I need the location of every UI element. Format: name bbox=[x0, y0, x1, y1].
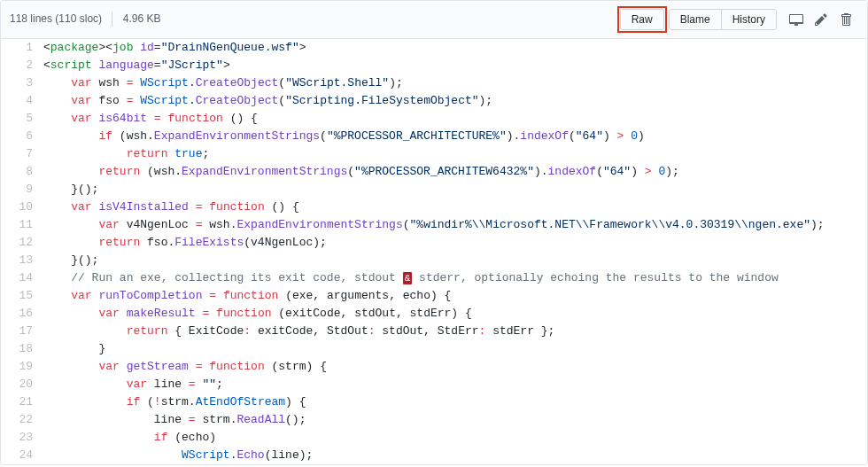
code-line[interactable]: if (!strm.AtEndOfStream) { bbox=[43, 393, 867, 411]
code-line[interactable]: var runToCompletion = function (exe, arg… bbox=[43, 287, 867, 305]
code-line[interactable]: line = strm.ReadAll(); bbox=[43, 411, 867, 429]
code-row: 3 var wsh = WScript.CreateObject("WScrip… bbox=[1, 74, 867, 92]
raw-button[interactable]: Raw bbox=[621, 10, 663, 29]
line-number[interactable]: 4 bbox=[1, 92, 43, 110]
code-row: 8 return (wsh.ExpandEnvironmentStrings("… bbox=[1, 163, 867, 181]
blame-history-group: Blame History bbox=[669, 9, 777, 30]
code-row: 24 WScript.Echo(line); bbox=[1, 447, 867, 464]
line-number[interactable]: 18 bbox=[1, 340, 43, 358]
raw-button-group: Raw bbox=[620, 9, 664, 30]
code-row: 23 if (echo) bbox=[1, 429, 867, 447]
code-line[interactable]: <script language="JScript"> bbox=[43, 57, 867, 74]
code-row: 15 var runToCompletion = function (exe, … bbox=[1, 287, 867, 305]
code-row: 11 var v4NgenLoc = wsh.ExpandEnvironment… bbox=[1, 216, 867, 234]
desktop-icon[interactable] bbox=[784, 9, 809, 30]
code-line[interactable]: }(); bbox=[43, 252, 867, 269]
line-number[interactable]: 21 bbox=[1, 393, 43, 411]
line-number[interactable]: 10 bbox=[1, 198, 43, 216]
blame-button[interactable]: Blame bbox=[670, 10, 722, 29]
code-row: 10 var isV4Installed = function () { bbox=[1, 198, 867, 216]
code-line[interactable]: return fso.FileExists(v4NgenLoc); bbox=[43, 234, 867, 252]
trash-icon[interactable] bbox=[833, 9, 858, 30]
file-container: 118 lines (110 sloc) 4.96 KB Raw Blame H… bbox=[0, 0, 868, 465]
code-row: 19 var getStream = function (strm) { bbox=[1, 358, 867, 376]
line-number[interactable]: 20 bbox=[1, 376, 43, 393]
code-line[interactable]: var line = ""; bbox=[43, 376, 867, 393]
code-line[interactable]: // Run an exe, collecting its exit code,… bbox=[43, 269, 867, 287]
file-header: 118 lines (110 sloc) 4.96 KB Raw Blame H… bbox=[1, 1, 867, 39]
line-number[interactable]: 5 bbox=[1, 110, 43, 128]
line-number[interactable]: 15 bbox=[1, 287, 43, 305]
code-row: 21 if (!strm.AtEndOfStream) { bbox=[1, 393, 867, 411]
raw-highlight: Raw bbox=[617, 6, 667, 33]
file-info: 118 lines (110 sloc) 4.96 KB bbox=[10, 12, 160, 27]
separator bbox=[112, 12, 112, 27]
code-line[interactable]: var fso = WScript.CreateObject("Scriptin… bbox=[43, 92, 867, 110]
code-row: 20 var line = ""; bbox=[1, 376, 867, 393]
code-line[interactable]: return { ExitCode: exitCode, StdOut: std… bbox=[43, 323, 867, 340]
line-number[interactable]: 8 bbox=[1, 163, 43, 181]
code-row: 4 var fso = WScript.CreateObject("Script… bbox=[1, 92, 867, 110]
code-line[interactable]: var getStream = function (strm) { bbox=[43, 358, 867, 376]
code-line[interactable]: }(); bbox=[43, 181, 867, 198]
line-number[interactable]: 1 bbox=[1, 39, 43, 57]
file-size: 4.96 KB bbox=[123, 12, 161, 25]
code-row: 12 return fso.FileExists(v4NgenLoc); bbox=[1, 234, 867, 252]
code-row: 16 var makeResult = function (exitCode, … bbox=[1, 305, 867, 323]
line-number[interactable]: 6 bbox=[1, 128, 43, 145]
code-line[interactable]: var is64bit = function () { bbox=[43, 110, 867, 128]
code-line[interactable]: var wsh = WScript.CreateObject("WScript.… bbox=[43, 74, 867, 92]
code-row: 17 return { ExitCode: exitCode, StdOut: … bbox=[1, 323, 867, 340]
code-line[interactable]: } bbox=[43, 340, 867, 358]
code-line[interactable]: if (echo) bbox=[43, 429, 867, 447]
line-number[interactable]: 7 bbox=[1, 145, 43, 163]
code-row: 9 }(); bbox=[1, 181, 867, 198]
line-number[interactable]: 22 bbox=[1, 411, 43, 429]
line-number[interactable]: 11 bbox=[1, 216, 43, 234]
line-number[interactable]: 24 bbox=[1, 447, 43, 464]
line-number[interactable]: 23 bbox=[1, 429, 43, 447]
line-number[interactable]: 3 bbox=[1, 74, 43, 92]
code-row: 7 return true; bbox=[1, 145, 867, 163]
code-area: 1<package><job id="DrainNGenQueue.wsf">2… bbox=[1, 39, 867, 464]
line-number[interactable]: 17 bbox=[1, 323, 43, 340]
pencil-icon[interactable] bbox=[809, 9, 833, 30]
code-row: 13 }(); bbox=[1, 252, 867, 269]
line-number[interactable]: 14 bbox=[1, 269, 43, 287]
code-line[interactable]: <package><job id="DrainNGenQueue.wsf"> bbox=[43, 39, 867, 57]
file-actions: Raw Blame History bbox=[617, 6, 858, 33]
code-line[interactable]: var isV4Installed = function () { bbox=[43, 198, 867, 216]
line-number[interactable]: 19 bbox=[1, 358, 43, 376]
code-row: 5 var is64bit = function () { bbox=[1, 110, 867, 128]
code-row: 14 // Run an exe, collecting its exit co… bbox=[1, 269, 867, 287]
history-button[interactable]: History bbox=[722, 10, 776, 29]
line-number[interactable]: 16 bbox=[1, 305, 43, 323]
code-line[interactable]: WScript.Echo(line); bbox=[43, 447, 867, 464]
code-line[interactable]: var makeResult = function (exitCode, std… bbox=[43, 305, 867, 323]
code-row: 18 } bbox=[1, 340, 867, 358]
line-number[interactable]: 2 bbox=[1, 57, 43, 74]
line-number[interactable]: 13 bbox=[1, 252, 43, 269]
code-row: 2<script language="JScript"> bbox=[1, 57, 867, 74]
code-line[interactable]: var v4NgenLoc = wsh.ExpandEnvironmentStr… bbox=[43, 216, 867, 234]
lines-count: 118 lines (110 sloc) bbox=[10, 12, 102, 25]
code-line[interactable]: if (wsh.ExpandEnvironmentStrings("%PROCE… bbox=[43, 128, 867, 145]
code-line[interactable]: return (wsh.ExpandEnvironmentStrings("%P… bbox=[43, 163, 867, 181]
code-line[interactable]: return true; bbox=[43, 145, 867, 163]
line-number[interactable]: 12 bbox=[1, 234, 43, 252]
code-row: 1<package><job id="DrainNGenQueue.wsf"> bbox=[1, 39, 867, 57]
code-row: 22 line = strm.ReadAll(); bbox=[1, 411, 867, 429]
line-number[interactable]: 9 bbox=[1, 181, 43, 198]
code-row: 6 if (wsh.ExpandEnvironmentStrings("%PRO… bbox=[1, 128, 867, 145]
